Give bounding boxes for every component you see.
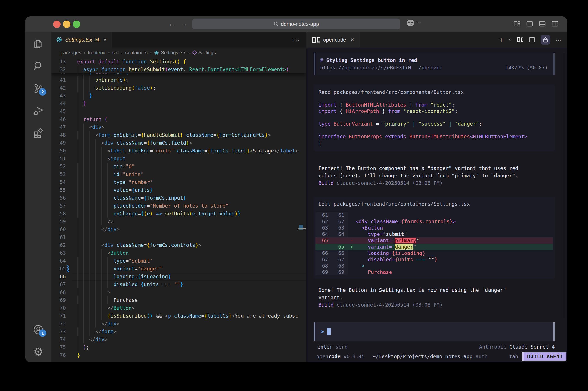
session-share-url[interactable]: https://opencode.ai/s/eBdFXTiH bbox=[320, 64, 411, 71]
code-line-47[interactable]: 47<div> bbox=[51, 123, 306, 131]
line-number: 45 bbox=[51, 107, 66, 115]
terminal-scrollbar[interactable] bbox=[563, 53, 566, 318]
model-indicator[interactable]: Anthropic Claude Sonnet 4 bbox=[479, 344, 555, 350]
toggle-panel-icon[interactable] bbox=[539, 20, 546, 27]
code-line-76[interactable]: 76} bbox=[51, 351, 306, 359]
line-number: 70 bbox=[51, 304, 66, 312]
code-line-72[interactable]: 72</div> bbox=[51, 320, 306, 328]
sticky-scroll: 13export default function Settings() {32… bbox=[51, 58, 306, 73]
opencode-terminal[interactable]: # Styling Settings button in red https:/… bbox=[306, 48, 567, 362]
zoom-traffic-light[interactable] bbox=[73, 20, 80, 28]
back-button[interactable]: ← bbox=[168, 19, 175, 28]
gutter bbox=[66, 249, 69, 257]
split-terminal-icon[interactable] bbox=[529, 36, 535, 43]
code-line-51[interactable]: 51<input bbox=[51, 155, 306, 163]
panel-more-icon[interactable]: ⋯ bbox=[555, 36, 562, 44]
minimize-traffic-light[interactable] bbox=[63, 20, 70, 28]
code-line-48[interactable]: 48<form onSubmit={handleSubmit} classNam… bbox=[51, 131, 306, 139]
code-line-58[interactable]: 58onChange={(e) => setUnits(e.target.val… bbox=[51, 210, 306, 217]
tab-close-icon[interactable]: × bbox=[103, 36, 107, 43]
tab-close-icon[interactable]: × bbox=[351, 36, 354, 43]
extensions-icon[interactable] bbox=[32, 127, 45, 139]
code-line-53[interactable]: 53id="units" bbox=[51, 170, 306, 178]
opencode-brand: opencode v0.4.45 bbox=[316, 354, 365, 359]
code-line-74[interactable]: 74</div> bbox=[51, 336, 306, 343]
code-line-42[interactable]: 42setIsLoading(false); bbox=[51, 84, 306, 92]
line-number: 49 bbox=[51, 139, 66, 147]
code-line-45[interactable]: 45 bbox=[51, 107, 306, 115]
code-line-59[interactable]: 59/> bbox=[51, 217, 306, 225]
tab-opencode[interactable]: opencode × bbox=[306, 32, 360, 48]
breadcrumb-item-packages[interactable]: packages bbox=[61, 50, 81, 55]
source-control-icon[interactable]: 2 bbox=[32, 82, 45, 95]
command-center-search[interactable]: demo-notes-app bbox=[192, 18, 400, 29]
opencode-panel: opencode × + bbox=[306, 32, 567, 362]
code-line-50[interactable]: 50<label htmlFor="units" className={form… bbox=[51, 147, 306, 155]
code-line-32[interactable]: 32async function handleSubmit(event: Rea… bbox=[51, 66, 306, 73]
forward-button[interactable]: → bbox=[181, 19, 187, 28]
code-line-55[interactable]: 55value={units} bbox=[51, 186, 306, 194]
code-line-52[interactable]: 52min="0" bbox=[51, 163, 306, 170]
code-line-49[interactable]: 49<div className={formCs.field}> bbox=[51, 139, 306, 147]
copilot-menu[interactable] bbox=[406, 19, 421, 27]
enter-key-hint: enter bbox=[317, 344, 333, 350]
editor-scrollbar-thumb[interactable] bbox=[298, 228, 306, 229]
line-number: 13 bbox=[51, 58, 66, 66]
settings-gear-icon[interactable]: ⚙ bbox=[32, 346, 45, 358]
code-line-73[interactable]: 73</form> bbox=[51, 328, 306, 336]
breadcrumb[interactable]: packages›frontend›src›containers›Setting… bbox=[51, 48, 306, 58]
search-sidebar-icon[interactable] bbox=[32, 60, 45, 73]
opencode-logo-small-icon[interactable] bbox=[517, 37, 524, 42]
lock-terminal-icon[interactable] bbox=[541, 35, 550, 45]
tab-settings-tsx[interactable]: Settings.tsx M × bbox=[51, 32, 112, 48]
code-line-64[interactable]: 64type="submit" bbox=[51, 257, 306, 265]
run-debug-icon[interactable] bbox=[32, 104, 45, 117]
code-line-69[interactable]: 69Purchase bbox=[51, 296, 306, 304]
breadcrumb-item-src[interactable]: src bbox=[112, 50, 118, 55]
code-line-70[interactable]: 70</Button> bbox=[51, 304, 306, 312]
tab-label: Settings.tsx bbox=[65, 37, 92, 43]
code-line-44[interactable]: 44} bbox=[51, 99, 306, 107]
code-line-62[interactable]: 62<div className={formCs.controls}> bbox=[51, 241, 306, 249]
close-traffic-light[interactable] bbox=[53, 20, 61, 28]
agent-mode-badge[interactable]: BUILD AGENT bbox=[522, 352, 566, 361]
terminal-dropdown-chevron-icon[interactable] bbox=[509, 39, 512, 41]
code-line-63[interactable]: 63<Button bbox=[51, 249, 306, 257]
code-line-41[interactable]: 41onError(e); bbox=[51, 76, 306, 84]
customize-layout-icon[interactable] bbox=[513, 20, 520, 27]
code-editor[interactable]: 13export default function Settings() {32… bbox=[51, 58, 306, 362]
accounts-icon[interactable]: 1 bbox=[32, 323, 45, 336]
code-line-57[interactable]: 57placeholder="Number of notes to store" bbox=[51, 202, 306, 210]
code-line-68[interactable]: 68> bbox=[51, 288, 306, 296]
code-line-66[interactable]: 66loading={isLoading} bbox=[51, 273, 306, 281]
code-line-46[interactable]: 46return ( bbox=[51, 115, 306, 123]
code-line-43[interactable]: 43} bbox=[51, 92, 306, 99]
toggle-primary-sidebar-icon[interactable] bbox=[526, 20, 533, 27]
explorer-icon[interactable] bbox=[32, 38, 45, 50]
editor-actions-more-icon[interactable]: ⋯ bbox=[293, 32, 300, 48]
code-line-60[interactable]: 60</div> bbox=[51, 225, 306, 233]
line-number: 58 bbox=[51, 210, 66, 217]
gutter bbox=[66, 296, 69, 304]
code-line-65[interactable]: 65variant="danger" bbox=[51, 265, 306, 273]
line-number: 61 bbox=[51, 233, 66, 241]
code-line-13[interactable]: 13export default function Settings() { bbox=[51, 58, 306, 66]
code-line-61[interactable]: 61 bbox=[51, 233, 306, 241]
code-line-54[interactable]: 54type="number" bbox=[51, 178, 306, 186]
line-number: 41 bbox=[51, 76, 66, 84]
code-line-75[interactable]: 75); bbox=[51, 343, 306, 351]
prompt-input[interactable]: > bbox=[314, 322, 555, 341]
new-terminal-icon[interactable]: + bbox=[499, 36, 503, 44]
breadcrumb-item-containers[interactable]: containers bbox=[125, 50, 147, 55]
message-line: variant. bbox=[319, 294, 555, 301]
breadcrumb-item-settings-tsx[interactable]: Settings.tsx bbox=[154, 50, 186, 55]
unshare-command[interactable]: /unshare bbox=[418, 64, 443, 71]
gutter bbox=[66, 163, 69, 170]
code-line-67[interactable]: 67disabled={units === ""} bbox=[51, 281, 306, 288]
breadcrumb-item-settings[interactable]: Settings bbox=[192, 50, 216, 55]
titlebar: ← → demo-notes-app bbox=[25, 16, 567, 32]
breadcrumb-item-frontend[interactable]: frontend bbox=[88, 50, 106, 55]
code-line-56[interactable]: 56className={formCs.input} bbox=[51, 194, 306, 202]
code-line-71[interactable]: 71{isSubscribed() && <p className={label… bbox=[51, 312, 306, 320]
toggle-secondary-sidebar-icon[interactable] bbox=[552, 20, 559, 27]
